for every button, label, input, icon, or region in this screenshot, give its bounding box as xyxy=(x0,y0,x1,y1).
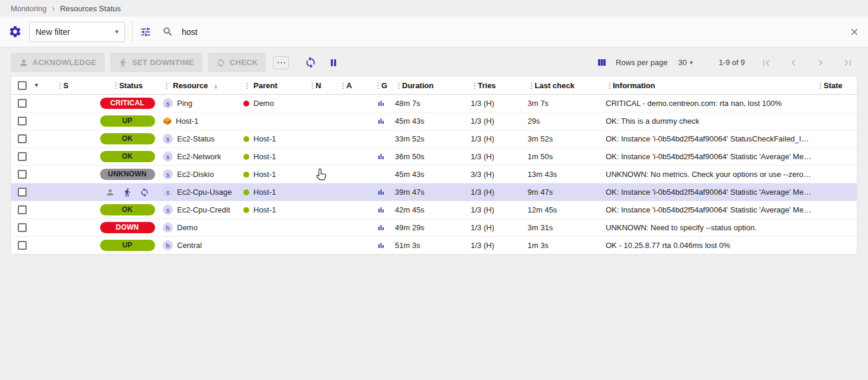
column-label[interactable]: G xyxy=(381,81,387,90)
column-menu-icon[interactable]: ⋮ xyxy=(308,81,314,90)
sort-desc-icon[interactable]: ↓ xyxy=(214,81,218,90)
graph-icon[interactable] xyxy=(377,223,385,232)
row-checkbox[interactable] xyxy=(18,99,27,108)
table-row[interactable]: OK s Ec2-Status Host-1 33m 52s 1/3 (H) 3… xyxy=(11,130,857,148)
resource-name[interactable]: Demo xyxy=(177,223,198,232)
column-label[interactable]: S xyxy=(63,81,69,90)
resource-name[interactable]: Ec2-Cpu-Credit xyxy=(177,205,230,214)
column-menu-icon[interactable]: ⋮ xyxy=(374,81,380,90)
filter-settings-button[interactable] xyxy=(8,25,22,38)
column-label[interactable]: A xyxy=(346,81,352,90)
resource-name[interactable]: Ec2-Status xyxy=(177,134,215,143)
row-checkbox[interactable] xyxy=(18,152,27,161)
graph-icon[interactable] xyxy=(377,152,385,161)
breadcrumb-item-resources-status[interactable]: Resources Status xyxy=(60,4,121,13)
set-downtime-button[interactable]: SET DOWNTIME xyxy=(110,53,202,72)
resource-name[interactable]: Ec2-Cpu-Usage xyxy=(177,188,232,197)
resource-name[interactable]: Central xyxy=(177,241,202,250)
column-header-a[interactable]: ⋮ A xyxy=(337,76,369,94)
column-menu-icon[interactable]: ⋮ xyxy=(56,81,62,90)
row-checkbox[interactable] xyxy=(18,241,27,250)
table-row[interactable]: UP Host-1 45m 43s 1/3 (H) 29s OK: This i… xyxy=(11,112,857,130)
refresh-button[interactable] xyxy=(304,56,317,69)
breadcrumb-item-monitoring[interactable]: Monitoring xyxy=(11,4,47,13)
edit-columns-button[interactable] xyxy=(596,57,607,68)
table-row[interactable]: UP h Central 51m 3s 1/3 (H) 1m 3s OK - 1… xyxy=(11,237,857,255)
column-header-state[interactable]: ⋮ State xyxy=(814,76,857,94)
column-menu-icon[interactable]: ⋮ xyxy=(471,81,477,90)
column-label[interactable]: Last check xyxy=(535,81,574,90)
resource-name[interactable]: Host-1 xyxy=(176,117,198,125)
column-menu-icon[interactable]: ⋮ xyxy=(243,81,249,90)
table-row[interactable]: OK s Ec2-Cpu-Credit Host-1 42m 45s 1/3 (… xyxy=(11,201,857,219)
table-row[interactable]: UNKNOWN s Ec2-Diskio Host-1 45m 43s 3/3 … xyxy=(11,166,857,183)
filter-preset-select[interactable]: New filter ▾ xyxy=(29,22,125,42)
column-menu-icon[interactable]: ⋮ xyxy=(395,81,401,90)
column-menu-icon[interactable]: ⋮ xyxy=(112,81,118,90)
row-checkbox[interactable] xyxy=(18,223,27,232)
parent-name[interactable]: Host-1 xyxy=(253,188,276,197)
parent-name[interactable]: Demo xyxy=(253,99,274,108)
table-row[interactable]: DOWN h Demo 49m 29s 1/3 (H) 3m 31s UNKNO… xyxy=(11,219,857,237)
select-all-checkbox[interactable] xyxy=(18,81,27,90)
column-header-tries[interactable]: ⋮ Tries xyxy=(468,76,525,94)
row-checkbox[interactable] xyxy=(18,205,27,214)
column-label[interactable]: N xyxy=(316,81,321,90)
column-label[interactable]: Tries xyxy=(478,81,496,90)
column-label[interactable]: Parent xyxy=(253,81,277,90)
column-label[interactable]: Information xyxy=(613,81,655,90)
graph-icon[interactable] xyxy=(377,241,385,250)
parent-name[interactable]: Host-1 xyxy=(253,170,276,179)
graph-icon[interactable] xyxy=(377,188,385,197)
select-menu-caret-icon[interactable]: ▼ xyxy=(34,82,39,88)
column-menu-icon[interactable]: ⋮ xyxy=(606,81,612,90)
table-row[interactable]: s Ec2-Cpu-Usage Host-1 39m 47s 1/3 (H) 9… xyxy=(11,183,857,201)
downtime-icon[interactable] xyxy=(123,188,132,197)
resource-name[interactable]: Ec2-Network xyxy=(177,152,221,161)
rows-per-page-select[interactable]: 30 ▾ xyxy=(678,58,693,67)
filter-criteria-button[interactable] xyxy=(140,26,152,38)
pause-autorefresh-button[interactable] xyxy=(327,57,339,69)
first-page-button[interactable] xyxy=(760,57,772,69)
search-input[interactable] xyxy=(181,27,842,37)
graph-icon[interactable] xyxy=(377,99,385,108)
column-header-resource[interactable]: ⋮ Resource ↓ xyxy=(160,76,241,94)
column-header-g[interactable]: ⋮ G xyxy=(369,76,393,94)
table-row[interactable]: CRITICAL s Ping Demo 48m 7s 1/3 (H) 3m 7… xyxy=(11,95,857,112)
row-checkbox[interactable] xyxy=(18,117,27,125)
check-in-progress-icon[interactable] xyxy=(140,188,149,197)
column-header-n[interactable]: ⋮ N xyxy=(306,76,337,94)
row-checkbox[interactable] xyxy=(18,188,27,197)
column-label[interactable]: Resource xyxy=(173,81,208,90)
column-header-lastcheck[interactable]: ⋮ Last check xyxy=(525,76,603,94)
column-header-s[interactable]: ⋮ S xyxy=(54,76,94,94)
acknowledge-button[interactable]: ACKNOWLEDGE xyxy=(11,53,105,72)
acknowledged-icon[interactable] xyxy=(105,188,115,197)
graph-icon[interactable] xyxy=(377,205,385,214)
graph-icon[interactable] xyxy=(377,117,385,125)
column-menu-icon[interactable]: ⋮ xyxy=(163,81,169,90)
parent-name[interactable]: Host-1 xyxy=(253,205,276,214)
column-label[interactable]: State xyxy=(824,81,843,90)
parent-name[interactable]: Host-1 xyxy=(253,134,276,143)
column-label[interactable]: Status xyxy=(119,81,143,90)
column-label[interactable]: Duration xyxy=(402,81,433,90)
clear-search-button[interactable] xyxy=(849,27,860,37)
parent-name[interactable]: Host-1 xyxy=(253,152,276,161)
table-row[interactable]: OK s Ec2-Network Host-1 36m 50s 1/3 (H) … xyxy=(11,148,857,166)
resource-name[interactable]: Ping xyxy=(177,99,192,108)
column-header-duration[interactable]: ⋮ Duration xyxy=(393,76,468,94)
more-actions-button[interactable]: ⋯ xyxy=(273,56,289,69)
next-page-button[interactable] xyxy=(815,57,827,69)
last-page-button[interactable] xyxy=(842,57,854,69)
column-menu-icon[interactable]: ⋮ xyxy=(339,81,345,90)
check-button[interactable]: CHECK xyxy=(208,53,266,72)
previous-page-button[interactable] xyxy=(787,57,799,69)
column-menu-icon[interactable]: ⋮ xyxy=(816,81,822,90)
row-checkbox[interactable] xyxy=(18,134,27,143)
column-menu-icon[interactable]: ⋮ xyxy=(528,81,533,90)
column-header-info[interactable]: ⋮ Information xyxy=(603,76,814,94)
row-checkbox[interactable] xyxy=(18,170,27,179)
resource-name[interactable]: Ec2-Diskio xyxy=(177,170,214,179)
column-header-status[interactable]: ⋮ Status xyxy=(94,76,160,94)
